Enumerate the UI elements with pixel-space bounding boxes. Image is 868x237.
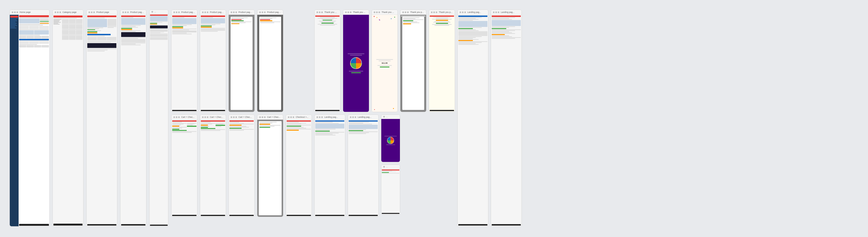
dot1 xyxy=(55,11,56,13)
card-body-thankyou1 xyxy=(314,15,340,112)
card-body-product6 xyxy=(229,15,254,112)
dot1 xyxy=(89,11,90,13)
home-mockup xyxy=(10,15,49,226)
card-landing-1[interactable]: Landing pag... xyxy=(314,114,345,217)
card-title-product1: Product page xyxy=(96,11,109,13)
card-thankyou-1[interactable]: Thank you ... xyxy=(314,9,341,112)
card-title-landing-tall-1: Landing pag... xyxy=(467,11,481,13)
window-dots xyxy=(493,11,499,13)
dot2 xyxy=(91,11,93,13)
card-cart-2[interactable]: Cart + Chec... xyxy=(200,114,226,217)
window-dots xyxy=(202,116,209,118)
card-body-thankyou2 xyxy=(343,15,369,112)
card-product-page-2[interactable]: Product page... xyxy=(120,9,147,227)
card-body-cart3 xyxy=(229,120,254,217)
page-grid: Home page xyxy=(9,9,859,228)
window-dots xyxy=(288,116,294,118)
card-header-thankyou-p1: Thank you p... xyxy=(400,10,426,15)
window-dots xyxy=(230,11,237,13)
dot2 xyxy=(57,11,59,13)
card-body-product3 xyxy=(150,14,168,226)
window-dots xyxy=(173,116,180,118)
dot3 xyxy=(59,11,61,13)
card-thankyou-2[interactable]: Thank you ... xyxy=(343,9,369,112)
card-extra-sm-1[interactable]: ... xyxy=(381,114,400,162)
window-dots xyxy=(402,11,409,13)
card-product-page-1[interactable]: Product page xyxy=(86,9,117,227)
card-header-product7: Product page... xyxy=(257,10,283,15)
card-title-product7: Product page... xyxy=(267,11,281,13)
card-body-product7 xyxy=(257,15,283,112)
card-category-page[interactable]: Category page xyxy=(53,9,84,227)
card-body-landing-tall-1 xyxy=(458,15,488,226)
card-product-page-6[interactable]: Product page... xyxy=(228,9,255,112)
card-header-checkout1: Checkout >... xyxy=(286,115,312,120)
card-body-extra-sm-2 xyxy=(381,169,400,214)
card-thankyou-p1[interactable]: Thank you p... xyxy=(400,9,426,112)
card-title-cart1: Cart + Chec... xyxy=(181,116,194,118)
card-header-cart1: Cart + Chec... xyxy=(172,115,197,120)
card-header-thankyou2: Thank you ... xyxy=(343,10,369,15)
window-dots xyxy=(316,11,323,13)
card-landing-tall-1[interactable]: Landing pag... xyxy=(457,9,488,227)
card-checkout-1[interactable]: Checkout >... xyxy=(286,114,312,217)
card-thankyou-p2[interactable]: Thank you p... xyxy=(429,9,455,112)
card-title-cart4: Cart + Chec... xyxy=(267,116,280,118)
card-title-landing-tall-2: Landing pag... xyxy=(501,11,514,13)
card-header-product3: ... xyxy=(150,10,168,14)
window-dots xyxy=(173,11,180,13)
card-product-page-7[interactable]: Product page... xyxy=(257,9,283,112)
card-title-thankyou-p1: Thank you p... xyxy=(410,11,424,13)
canvas: Home page xyxy=(5,5,863,232)
window-dots xyxy=(460,11,466,13)
card-header-product4: Product page... xyxy=(172,10,197,15)
card-body-checkout1 xyxy=(286,120,312,217)
dot3 xyxy=(127,11,129,13)
card-header-landing-tall-1: Landing pag... xyxy=(458,10,488,15)
card-header-product1: Product page xyxy=(87,10,117,15)
card-title-extra-sm-2: ... xyxy=(386,166,388,168)
window-dots xyxy=(151,11,153,12)
window-dots xyxy=(374,11,380,13)
card-header-category: Category page xyxy=(53,10,83,15)
dot2 xyxy=(125,11,126,13)
card-thankyou-3[interactable]: Thank you ... $11.99 xyxy=(372,9,398,112)
card-landing-2[interactable]: Landing pag... xyxy=(348,114,379,217)
card-body-thankyou3: $11.99 xyxy=(372,15,398,112)
window-dots xyxy=(350,116,356,118)
card-title-cart3: Cart + Chec... xyxy=(239,116,252,118)
card-body-product1 xyxy=(87,15,117,226)
main-content xyxy=(19,15,49,226)
card-landing-tall-2[interactable]: Landing pag... xyxy=(491,9,522,227)
window-dots xyxy=(431,11,437,13)
sidebar xyxy=(10,15,19,226)
card-body-product4 xyxy=(172,15,197,112)
dot3 xyxy=(17,11,18,13)
window-dots xyxy=(202,11,209,13)
card-body-cart1 xyxy=(172,120,197,217)
window-dots xyxy=(12,11,18,13)
card-title-thankyou1: Thank you ... xyxy=(324,11,337,13)
card-product-page-4[interactable]: Product page... xyxy=(171,9,197,112)
window-dots xyxy=(259,11,266,13)
window-dots xyxy=(122,11,129,13)
card-title-landing2: Landing pag... xyxy=(358,116,371,118)
card-cart-1[interactable]: Cart + Chec... xyxy=(171,114,197,217)
card-home-page[interactable]: Home page xyxy=(9,9,50,227)
card-body-landing-tall-2 xyxy=(491,15,522,226)
card-title-home: Home page xyxy=(20,11,31,13)
window-dots xyxy=(89,11,95,13)
card-cart-3[interactable]: Cart + Chec... xyxy=(228,114,255,217)
card-body-thankyou-p1 xyxy=(400,15,426,112)
card-title-thankyou-p2: Thank you p... xyxy=(439,11,452,13)
card-cart-4[interactable]: Cart + Chec... xyxy=(257,114,283,217)
card-header-extra-sm-2: ... xyxy=(381,165,400,169)
card-body-product5 xyxy=(200,15,226,112)
card-title-product3: ... xyxy=(155,11,156,12)
card-product-page-5[interactable]: Product page... xyxy=(200,9,226,112)
card-product-page-3[interactable]: ... xyxy=(149,9,168,227)
card-extra-sm-2[interactable]: ... xyxy=(381,165,400,215)
card-title-extra-sm-1: ... xyxy=(386,116,388,118)
card-header-thankyou3: Thank you ... xyxy=(372,10,398,15)
window-dots xyxy=(383,166,385,168)
